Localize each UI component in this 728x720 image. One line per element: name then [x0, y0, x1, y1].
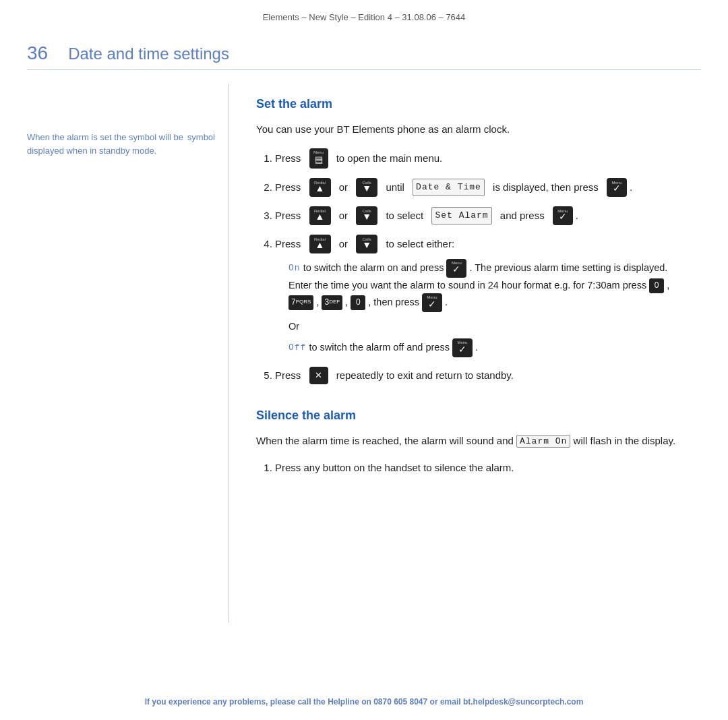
chapter-number: 36 — [27, 42, 48, 64]
or-text: Or — [289, 319, 681, 334]
x-button: ✕ — [309, 367, 328, 384]
arrow-down-button-2: Calls ▼ — [356, 178, 377, 197]
check-button-4c: Menu ✓ — [452, 338, 473, 357]
footer-text: If you experience any problems, please c… — [145, 697, 584, 707]
step4-or: or — [339, 235, 348, 253]
lcd-alarm-on: Alarm On — [516, 435, 570, 448]
silence-step-1-text: Press any button on the handset to silen… — [275, 462, 514, 473]
step1-after-label: to open the main menu. — [336, 150, 443, 167]
check-button-4a: Menu ✓ — [446, 259, 466, 278]
set-alarm-intro: You can use your BT Elements phone as an… — [256, 122, 681, 138]
sidebar: symbol When the alarm is set the symbol … — [27, 84, 229, 623]
check-button-2: Menu ✓ — [607, 178, 627, 197]
set-alarm-title: Set the alarm — [256, 97, 681, 111]
main-content: Set the alarm You can use your BT Elemen… — [229, 84, 701, 623]
arrow-down-button-3: Calls ▼ — [356, 206, 377, 225]
on-text: On — [289, 262, 301, 272]
step3-and-press: and press — [500, 207, 545, 224]
step3-period: . — [576, 207, 578, 224]
silence-alarm-steps: Press any button on the handset to silen… — [256, 459, 681, 477]
arrow-up-button-4: Redial ▲ — [309, 235, 331, 253]
step3-press: Press — [275, 207, 301, 224]
step5-press: Press — [275, 367, 301, 384]
sidebar-note: symbol When the alarm is set the symbol … — [27, 131, 215, 157]
step5-after: repeatedly to exit and return to standby… — [336, 367, 514, 384]
step-4-subsection: On to switch the alarm on and press Menu… — [275, 259, 681, 357]
step-4: Press Redial ▲ or Calls ▼ — [275, 235, 681, 357]
step-3-content: Press Redial ▲ or Calls ▼ — [275, 206, 681, 225]
step4-press: Press — [275, 235, 301, 253]
step-2: Press Redial ▲ or Calls ▼ — [275, 178, 681, 197]
header-text: Elements – New Style – Edition 4 – 31.08… — [263, 12, 466, 22]
arrow-down-button-4: Calls ▼ — [356, 235, 377, 253]
chapter-title: Date and time settings — [68, 44, 229, 63]
step2-press: Press — [275, 179, 301, 196]
lcd-set-alarm: Set Alarm — [431, 207, 491, 224]
step1-press-label: Press — [275, 150, 301, 167]
silence-step-1: Press any button on the handset to silen… — [275, 459, 681, 477]
sidebar-note-text: When the alarm is set the symbol will be… — [27, 132, 183, 156]
off-paragraph: Off to switch the alarm off and press Me… — [289, 338, 681, 357]
step2-or: or — [339, 179, 348, 196]
check-button-3: Menu ✓ — [553, 206, 573, 225]
step2-until: until — [386, 179, 404, 196]
set-alarm-steps: Press Menu ▤ to open the main menu. Pres… — [256, 148, 681, 384]
step2-displayed: is displayed, then press — [493, 179, 599, 196]
page-header: Elements – New Style – Edition 4 – 31.08… — [0, 0, 728, 29]
step2-period: . — [630, 179, 632, 196]
silence-alarm-title: Silence the alarm — [256, 409, 681, 423]
key-0b: 0 — [351, 295, 365, 310]
silence-alarm-intro: When the alarm time is reached, the alar… — [256, 433, 681, 449]
page-footer: If you experience any problems, please c… — [0, 684, 728, 713]
step-1: Press Menu ▤ to open the main menu. — [275, 148, 681, 169]
key-3def: 3 DEF — [322, 295, 342, 310]
step-1-content: Press Menu ▤ to open the main menu. — [275, 148, 681, 169]
step3-or: or — [339, 207, 348, 224]
arrow-up-button-2: Redial ▲ — [309, 178, 331, 197]
chapter-header: 36 Date and time settings — [27, 29, 701, 69]
step-4-content: Press Redial ▲ or Calls ▼ — [275, 235, 681, 253]
arrow-up-button-3: Redial ▲ — [309, 206, 331, 225]
sidebar-symbol-label: symbol — [187, 131, 215, 144]
step-5: Press ✕ repeatedly to exit and return to… — [275, 367, 681, 384]
check-button-4b: Menu ✓ — [422, 293, 442, 312]
on-paragraph: On to switch the alarm on and press Menu… — [289, 259, 681, 312]
key-7pqrs: 7PQRS — [289, 295, 313, 310]
step-2-content: Press Redial ▲ or Calls ▼ — [275, 178, 681, 197]
step4-to-select: to select either: — [386, 235, 454, 253]
step-3: Press Redial ▲ or Calls ▼ — [275, 206, 681, 225]
off-text: Off — [289, 342, 306, 353]
step3-to-select: to select — [386, 207, 423, 224]
step-5-content: Press ✕ repeatedly to exit and return to… — [275, 367, 681, 384]
key-0a: 0 — [649, 278, 664, 293]
lcd-date-time: Date & Time — [413, 179, 485, 196]
menu-button: Menu ▤ — [309, 148, 328, 169]
